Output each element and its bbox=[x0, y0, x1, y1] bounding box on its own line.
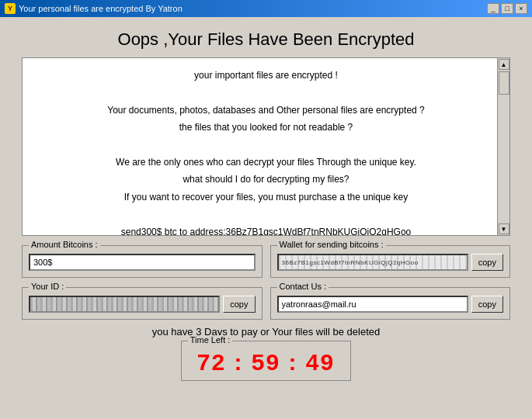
wallet-label: Wallet for sending bitcoins : bbox=[277, 240, 386, 249]
fields-row-2: Your ID : copy Contact Us : copy bbox=[22, 287, 510, 320]
contact-us-box: Contact Us : copy bbox=[270, 287, 511, 320]
timer-display: 72 : 59 : 49 bbox=[197, 349, 335, 376]
scroll-up-button[interactable]: ▲ bbox=[499, 59, 509, 70]
timer-label: Time Left : bbox=[188, 335, 233, 345]
bottom-warning-text: you have 3 Days to pay or Your files wil… bbox=[22, 326, 510, 338]
message-box: your important files are encrypted ! You… bbox=[22, 57, 510, 236]
contact-us-label: Contact Us : bbox=[277, 282, 329, 291]
contact-copy-button[interactable]: copy bbox=[471, 296, 503, 313]
title-bar: Y Your personal files are encrypted By Y… bbox=[0, 0, 532, 17]
timer-sep2: : bbox=[280, 349, 306, 375]
wallet-copy-button[interactable]: copy bbox=[471, 254, 503, 271]
wallet-input-row: copy bbox=[277, 254, 504, 271]
msg-line-1: your important files are encrypted ! bbox=[33, 68, 499, 83]
amount-bitcoins-box: Amount Bitcoins : bbox=[22, 245, 263, 278]
minimize-button[interactable]: _ bbox=[487, 3, 499, 14]
contact-us-input[interactable] bbox=[277, 296, 468, 313]
scroll-down-button[interactable]: ▼ bbox=[499, 223, 509, 234]
window-controls[interactable]: _ □ × bbox=[487, 3, 527, 14]
timer-sep1: : bbox=[226, 349, 252, 375]
scrollbar[interactable]: ▲ ▼ bbox=[497, 58, 509, 235]
msg-line-3: the files that you looked for not readab… bbox=[33, 119, 499, 135]
your-id-group: Your ID : copy bbox=[22, 287, 263, 320]
wallet-input[interactable] bbox=[277, 254, 468, 271]
title-bar-left: Y Your personal files are encrypted By Y… bbox=[5, 3, 183, 14]
msg-line-2: Your documents, photos, databases and Ot… bbox=[33, 102, 499, 118]
amount-bitcoins-group: Amount Bitcoins : bbox=[22, 245, 263, 278]
app-icon: Y bbox=[5, 3, 16, 14]
close-button[interactable]: × bbox=[515, 3, 527, 14]
contact-us-group: Contact Us : copy bbox=[270, 287, 511, 320]
wallet-group: Wallet for sending bitcoins : copy bbox=[270, 245, 511, 278]
window-title: Your personal files are encrypted By Yat… bbox=[19, 4, 183, 13]
your-id-input-row: copy bbox=[29, 296, 256, 313]
your-id-box: Your ID : copy bbox=[22, 287, 263, 320]
main-content: Oops ,Your Files Have Been Encrypted you… bbox=[0, 17, 532, 387]
your-id-input[interactable] bbox=[29, 296, 220, 313]
amount-bitcoins-label: Amount Bitcoins : bbox=[29, 240, 100, 249]
timer-section: Time Left : 72 : 59 : 49 bbox=[22, 341, 510, 381]
msg-line-5: what should I do for decrypting my files… bbox=[33, 171, 499, 187]
your-id-label: Your ID : bbox=[29, 282, 66, 291]
amount-bitcoins-input[interactable] bbox=[29, 254, 256, 271]
contact-us-input-row: copy bbox=[277, 296, 504, 313]
message-content: your important files are encrypted ! You… bbox=[23, 58, 509, 236]
timer-seconds: 49 bbox=[306, 349, 335, 375]
fields-row-1: Amount Bitcoins : Wallet for sending bit… bbox=[22, 245, 510, 278]
maximize-button[interactable]: □ bbox=[501, 3, 513, 14]
timer-minutes: 59 bbox=[252, 349, 280, 375]
wallet-box: Wallet for sending bitcoins : copy bbox=[270, 245, 511, 278]
msg-line-4: We are the only ones who can decrypt you… bbox=[33, 154, 499, 170]
msg-line-7: send300$ btc to address:36Bz7B1gsc1WdBf7… bbox=[33, 224, 499, 236]
page-title: Oops ,Your Files Have Been Encrypted bbox=[11, 29, 521, 50]
msg-line-6: If you want to recover your files, you m… bbox=[33, 189, 499, 205]
scroll-thumb[interactable] bbox=[499, 71, 509, 95]
timer-box: Time Left : 72 : 59 : 49 bbox=[181, 341, 351, 381]
amount-bitcoins-input-row bbox=[29, 254, 256, 271]
id-copy-button[interactable]: copy bbox=[223, 296, 255, 313]
timer-hours: 72 bbox=[197, 349, 226, 375]
